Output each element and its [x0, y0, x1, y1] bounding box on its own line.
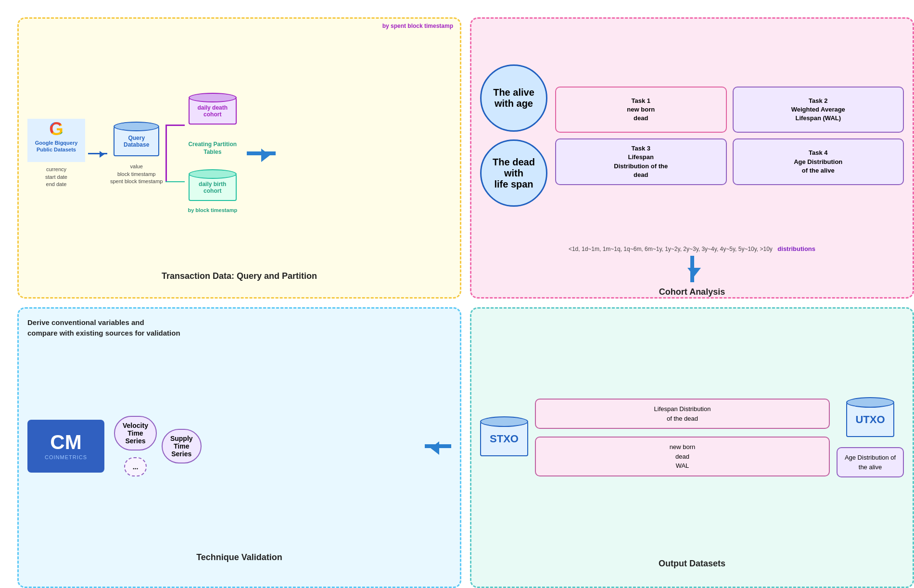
stxo-top: [480, 416, 528, 427]
q2-cohort-analysis: The alivewith age The dead withlife span…: [470, 17, 914, 299]
q4-title: Output Datasets: [480, 559, 904, 569]
google-logo: G: [49, 119, 63, 139]
google-bigquery-label: Google Bigquery Public Datasets: [27, 139, 85, 153]
distribution-row: <1d, 1d~1m, 1m~1q, 1q~6m, 6m~1y, 1y~2y, …: [480, 244, 904, 253]
q3-top-text: Derive conventional variables andcompare…: [27, 317, 451, 339]
q3-title: Technique Validation: [27, 552, 451, 563]
main-wrapper: by spent block timestamp G Google Bigque…: [9, 9, 914, 588]
lifespan-box: Lifespan Distributionof the dead: [535, 399, 830, 429]
input-labels-top: currencystart dateend date: [45, 166, 67, 188]
tasks-grid: Task 1new borndead Task 2Weighted Averag…: [555, 87, 904, 186]
task3-label: Task 3LifespanDistribution of thedead: [614, 144, 668, 179]
query-database-cylinder: QueryDatabase: [114, 122, 159, 159]
supply-group: SupplyTimeSeries: [162, 429, 202, 463]
q2-to-q4-arrow-container: [480, 256, 904, 282]
alive-label: The alivewith age: [493, 87, 534, 109]
clouds-group: VelocityTimeSeries ...: [114, 416, 157, 476]
q4-to-q3-arrow-container: [425, 444, 451, 448]
q1-title: Transaction Data: Query and Partition: [27, 271, 451, 281]
birth-cohort-top: [189, 169, 237, 179]
stxo-group: STXO: [480, 416, 528, 459]
by-block-timestamp-label: by block timestamp: [188, 207, 237, 214]
coinmetrics-sub: COINMETRICS: [45, 454, 87, 460]
middle-outputs: Lifespan Distributionof the dead new bor…: [535, 399, 830, 476]
task1-label: Task 1new borndead: [627, 97, 655, 123]
lifespan-label: Lifespan Distributionof the dead: [654, 404, 711, 423]
alive-circle: The alivewith age: [480, 64, 547, 132]
velocity-cloud: VelocityTimeSeries: [114, 416, 157, 450]
newborn-box: new borndeadWAL: [535, 437, 830, 476]
creating-partition-label: Creating PartitionTables: [188, 141, 237, 156]
task3-box: Task 3LifespanDistribution of thedead: [555, 138, 727, 185]
coinmetrics-group: CM COINMETRICS: [27, 420, 104, 473]
more-label: ...: [133, 463, 139, 471]
task1-box: Task 1new borndead: [555, 87, 727, 133]
dist-text: <1d, 1d~1m, 1m~1q, 1q~6m, 6m~1y, 1y~2y, …: [569, 246, 773, 252]
arrow-to-query: [88, 153, 107, 154]
age-dist-label: Age Distribution of the alive: [842, 453, 898, 472]
death-cohort-group: daily deathcohort: [188, 93, 237, 127]
q2-to-q4-arrow: [690, 256, 694, 282]
supply-label: SupplyTimeSeries: [170, 435, 193, 458]
velocity-label: VelocityTimeSeries: [123, 422, 148, 445]
newborn-label: new borndeadWAL: [670, 442, 695, 471]
death-cohort-top: [189, 93, 237, 102]
task4-box: Task 4Age Distributionof the alive: [733, 138, 904, 185]
input-labels-bottom: valueblock timestampspent block timestam…: [110, 163, 163, 185]
google-bigquery-node: G Google Bigquery Public Datasets: [27, 119, 85, 162]
task4-label: Task 4Age Distributionof the alive: [794, 149, 842, 175]
partition-label-top: by spent block timestamp: [382, 23, 453, 29]
birth-cohort-group: daily birthcohort by block timestamp: [188, 169, 237, 214]
more-cloud: ...: [124, 457, 147, 476]
q1-transaction-data: by spent block timestamp G Google Bigque…: [17, 17, 461, 299]
dead-label: The dead withlife span: [486, 157, 541, 190]
q4-to-q3-arrow: [425, 444, 451, 448]
dist-label: distributions: [777, 245, 815, 252]
utxo-group: UTXO Age Distribution of the alive: [837, 397, 904, 477]
supply-cloud: SupplyTimeSeries: [162, 429, 202, 463]
q4-output-datasets: STXO Lifespan Distributionof the dead ne…: [470, 307, 914, 588]
utxo-label: UTXO: [846, 402, 894, 437]
dead-circle: The dead withlife span: [480, 139, 547, 207]
q2-title: Cohort Analysis: [480, 287, 904, 297]
q3-technique-validation: Derive conventional variables andcompare…: [17, 307, 461, 588]
age-dist-box: Age Distribution of the alive: [837, 447, 904, 477]
cm-letters: CM: [50, 432, 81, 452]
q1-to-q2-arrow: [247, 151, 276, 155]
task2-label: Task 2Weighted AverageLifespan (WAL): [791, 97, 845, 123]
task2-box: Task 2Weighted AverageLifespan (WAL): [733, 87, 904, 133]
coinmetrics-logo: CM COINMETRICS: [27, 420, 104, 473]
